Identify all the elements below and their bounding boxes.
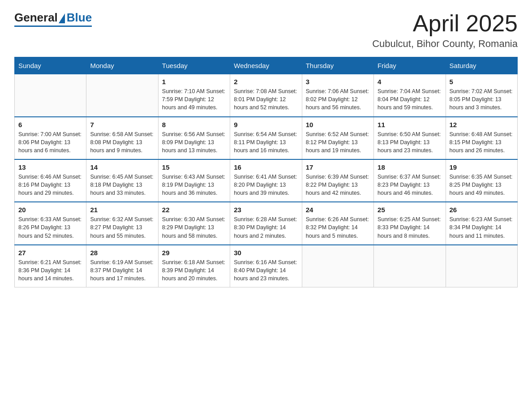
day-info: Sunrise: 6:21 AM Sunset: 8:36 PM Dayligh… [18,258,82,283]
calendar-day-header: Wednesday [230,57,302,74]
calendar-cell [15,74,86,117]
day-info: Sunrise: 6:54 AM Sunset: 8:11 PM Dayligh… [234,130,298,154]
day-number: 14 [90,163,154,171]
day-number: 10 [306,121,370,128]
day-info: Sunrise: 6:41 AM Sunset: 8:20 PM Dayligh… [234,173,298,197]
calendar-cell: 16Sunrise: 6:41 AM Sunset: 8:20 PM Dayli… [230,159,302,202]
day-info: Sunrise: 6:25 AM Sunset: 8:33 PM Dayligh… [378,215,442,240]
logo-blue-text: Blue [67,11,92,25]
calendar-cell: 27Sunrise: 6:21 AM Sunset: 8:36 PM Dayli… [15,245,86,287]
day-info: Sunrise: 6:43 AM Sunset: 8:19 PM Dayligh… [162,173,226,197]
title-block: April 2025 Cubulcut, Bihor County, Roman… [372,11,518,50]
calendar-cell: 25Sunrise: 6:25 AM Sunset: 8:33 PM Dayli… [374,202,446,244]
day-info: Sunrise: 7:08 AM Sunset: 8:01 PM Dayligh… [234,87,298,111]
day-number: 24 [306,206,370,214]
calendar-day-header: Sunday [15,57,86,74]
calendar-cell [86,74,158,117]
calendar-cell: 21Sunrise: 6:32 AM Sunset: 8:27 PM Dayli… [86,202,158,244]
day-number: 7 [90,121,154,128]
day-number: 20 [18,206,82,214]
day-info: Sunrise: 6:35 AM Sunset: 8:25 PM Dayligh… [450,173,514,197]
calendar-cell: 30Sunrise: 6:16 AM Sunset: 8:40 PM Dayli… [230,245,302,287]
calendar-cell: 3Sunrise: 7:06 AM Sunset: 8:02 PM Daylig… [302,74,373,117]
calendar-day-header: Tuesday [158,57,230,74]
day-info: Sunrise: 6:26 AM Sunset: 8:32 PM Dayligh… [306,215,370,240]
day-number: 12 [450,121,514,128]
day-number: 9 [234,121,298,128]
calendar-cell: 19Sunrise: 6:35 AM Sunset: 8:25 PM Dayli… [446,159,517,202]
calendar-cell: 23Sunrise: 6:28 AM Sunset: 8:30 PM Dayli… [230,202,302,244]
day-number: 8 [162,121,226,128]
calendar-cell: 28Sunrise: 6:19 AM Sunset: 8:37 PM Dayli… [86,245,158,287]
calendar-week-row: 1Sunrise: 7:10 AM Sunset: 7:59 PM Daylig… [15,74,518,117]
calendar-day-header: Thursday [302,57,373,74]
calendar-day-header: Friday [374,57,446,74]
calendar-cell: 15Sunrise: 6:43 AM Sunset: 8:19 PM Dayli… [158,159,230,202]
day-info: Sunrise: 6:50 AM Sunset: 8:13 PM Dayligh… [378,130,442,154]
logo-general-text: General [14,11,58,25]
day-number: 1 [162,78,226,86]
day-number: 15 [162,163,226,171]
page-header: General Blue April 2025 Cubulcut, Bihor … [14,11,518,50]
day-info: Sunrise: 6:18 AM Sunset: 8:39 PM Dayligh… [162,258,226,283]
day-info: Sunrise: 6:30 AM Sunset: 8:29 PM Dayligh… [162,215,226,240]
day-info: Sunrise: 7:04 AM Sunset: 8:04 PM Dayligh… [378,87,442,111]
calendar-cell: 22Sunrise: 6:30 AM Sunset: 8:29 PM Dayli… [158,202,230,244]
day-number: 22 [162,206,226,214]
day-number: 27 [18,249,82,257]
calendar-cell: 12Sunrise: 6:48 AM Sunset: 8:15 PM Dayli… [446,117,517,159]
calendar-table: SundayMondayTuesdayWednesdayThursdayFrid… [14,57,518,287]
day-number: 11 [378,121,442,128]
calendar-cell: 7Sunrise: 6:58 AM Sunset: 8:08 PM Daylig… [86,117,158,159]
logo-underline [14,26,92,27]
calendar-cell: 5Sunrise: 7:02 AM Sunset: 8:05 PM Daylig… [446,74,517,117]
calendar-week-row: 13Sunrise: 6:46 AM Sunset: 8:16 PM Dayli… [15,159,518,202]
day-number: 29 [162,249,226,257]
location-title: Cubulcut, Bihor County, Romania [372,38,518,50]
day-number: 17 [306,163,370,171]
day-number: 25 [378,206,442,214]
day-number: 19 [450,163,514,171]
calendar-cell: 29Sunrise: 6:18 AM Sunset: 8:39 PM Dayli… [158,245,230,287]
calendar-cell: 10Sunrise: 6:52 AM Sunset: 8:12 PM Dayli… [302,117,373,159]
day-info: Sunrise: 6:32 AM Sunset: 8:27 PM Dayligh… [90,215,154,240]
day-number: 28 [90,249,154,257]
calendar-cell: 18Sunrise: 6:37 AM Sunset: 8:23 PM Dayli… [374,159,446,202]
calendar-cell: 8Sunrise: 6:56 AM Sunset: 8:09 PM Daylig… [158,117,230,159]
calendar-week-row: 6Sunrise: 7:00 AM Sunset: 8:06 PM Daylig… [15,117,518,159]
calendar-day-header: Saturday [446,57,517,74]
day-info: Sunrise: 7:06 AM Sunset: 8:02 PM Dayligh… [306,87,370,111]
day-info: Sunrise: 7:02 AM Sunset: 8:05 PM Dayligh… [450,87,514,111]
day-number: 6 [18,121,82,128]
day-info: Sunrise: 6:28 AM Sunset: 8:30 PM Dayligh… [234,215,298,240]
day-info: Sunrise: 6:56 AM Sunset: 8:09 PM Dayligh… [162,130,226,154]
day-info: Sunrise: 6:16 AM Sunset: 8:40 PM Dayligh… [234,258,298,283]
day-number: 26 [450,206,514,214]
calendar-cell: 1Sunrise: 7:10 AM Sunset: 7:59 PM Daylig… [158,74,230,117]
calendar-cell: 26Sunrise: 6:23 AM Sunset: 8:34 PM Dayli… [446,202,517,244]
calendar-cell: 9Sunrise: 6:54 AM Sunset: 8:11 PM Daylig… [230,117,302,159]
calendar-cell: 4Sunrise: 7:04 AM Sunset: 8:04 PM Daylig… [374,74,446,117]
day-info: Sunrise: 6:58 AM Sunset: 8:08 PM Dayligh… [90,130,154,154]
day-number: 5 [450,78,514,86]
day-info: Sunrise: 6:19 AM Sunset: 8:37 PM Dayligh… [90,258,154,283]
logo: General Blue [14,11,92,27]
calendar-cell [446,245,517,287]
month-title: April 2025 [372,11,518,36]
day-number: 18 [378,163,442,171]
calendar-cell [374,245,446,287]
calendar-cell: 2Sunrise: 7:08 AM Sunset: 8:01 PM Daylig… [230,74,302,117]
day-info: Sunrise: 6:39 AM Sunset: 8:22 PM Dayligh… [306,173,370,197]
day-info: Sunrise: 7:10 AM Sunset: 7:59 PM Dayligh… [162,87,226,111]
day-info: Sunrise: 6:37 AM Sunset: 8:23 PM Dayligh… [378,173,442,197]
calendar-week-row: 20Sunrise: 6:33 AM Sunset: 8:26 PM Dayli… [15,202,518,244]
calendar-week-row: 27Sunrise: 6:21 AM Sunset: 8:36 PM Dayli… [15,245,518,287]
calendar-cell: 17Sunrise: 6:39 AM Sunset: 8:22 PM Dayli… [302,159,373,202]
logo-triangle-icon [59,13,65,23]
day-number: 30 [234,249,298,257]
calendar-cell: 20Sunrise: 6:33 AM Sunset: 8:26 PM Dayli… [15,202,86,244]
day-number: 4 [378,78,442,86]
day-info: Sunrise: 6:45 AM Sunset: 8:18 PM Dayligh… [90,173,154,197]
day-number: 13 [18,163,82,171]
day-info: Sunrise: 6:48 AM Sunset: 8:15 PM Dayligh… [450,130,514,154]
